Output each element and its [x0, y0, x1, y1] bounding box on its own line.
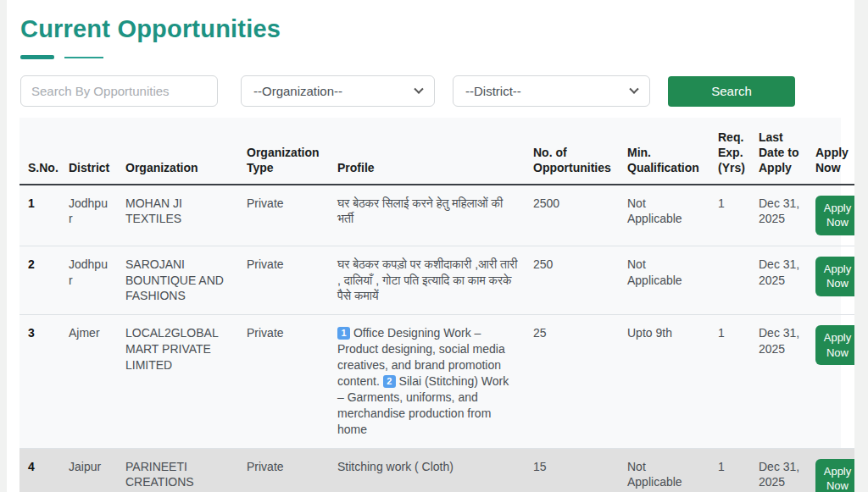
opportunities-table: S.No.DistrictOrganizationOrganization Ty… — [19, 118, 854, 492]
cell-profile: घर बेठकर कपड़ो पर कशीदाकारी ,आरी तारी , … — [329, 246, 525, 315]
cell-org-type: Private — [238, 185, 329, 246]
cell-profile: घर बेठकर सिलाई करने हेतु महिलाओं की भर्त… — [329, 185, 525, 246]
cell-opportunities: 25 — [525, 315, 619, 448]
organization-dropdown-value: --Organization-- — [253, 84, 342, 98]
table-row: 3AjmerLOCAL2GLOBAL MART PRIVATE LIMITEDP… — [19, 315, 854, 448]
cell-org-type: Private — [238, 448, 329, 492]
cell-min-qualification: Not Applicable — [619, 185, 709, 246]
column-header: No. of Opportunities — [525, 118, 619, 185]
table-header-row: S.No.DistrictOrganizationOrganization Ty… — [19, 118, 854, 185]
cell-org-type: Private — [238, 315, 329, 448]
cell-opportunities: 250 — [525, 246, 619, 315]
cell-organization: SAROJANI BOUNTIQUE AND FASHIONS — [117, 246, 238, 315]
cell-profile: Stitching work ( Cloth) — [329, 448, 525, 492]
keycap-number-icon: 2 — [383, 375, 396, 388]
cell-sno: 3 — [19, 315, 60, 448]
cell-organization: LOCAL2GLOBAL MART PRIVATE LIMITED — [117, 315, 238, 448]
cell-sno: 4 — [19, 448, 60, 492]
cell-sno: 2 — [19, 246, 60, 315]
cell-apply: Apply Now — [807, 448, 854, 492]
cell-opportunities: 15 — [525, 448, 619, 492]
organization-dropdown[interactable]: --Organization-- — [241, 75, 435, 107]
cell-organization: PARINEETI CREATIONS — [117, 448, 238, 492]
column-header: Apply Now — [807, 118, 854, 185]
cell-min-qualification: Not Applicable — [619, 448, 709, 492]
cell-district: Jodhpur — [60, 185, 117, 246]
column-header: Organization Type — [238, 118, 329, 185]
table-body: 1JodhpurMOHAN JI TEXTILESPrivateघर बेठकर… — [19, 185, 854, 492]
apply-now-button[interactable]: Apply Now — [815, 257, 854, 296]
district-dropdown[interactable]: --District-- — [453, 75, 650, 107]
apply-now-button[interactable]: Apply Now — [815, 459, 854, 492]
cell-district: Jaipur — [60, 448, 117, 492]
cell-req-exp — [709, 246, 750, 315]
column-header: District — [60, 118, 117, 185]
column-header: Profile — [329, 118, 525, 185]
column-header: S.No. — [19, 118, 60, 185]
cell-organization: MOHAN JI TEXTILES — [117, 185, 238, 246]
filter-bar: --Organization-- --District-- Search — [20, 75, 841, 107]
cell-last-date: Dec 31, 2025 — [750, 246, 807, 315]
cell-district: Ajmer — [60, 315, 117, 448]
cell-req-exp: 1 — [709, 448, 750, 492]
table-row: 4JaipurPARINEETI CREATIONSPrivateStitchi… — [19, 448, 854, 492]
page-title: Current Opportunities — [20, 15, 854, 43]
cell-apply: Apply Now — [807, 185, 854, 246]
cell-sno: 1 — [19, 185, 60, 246]
column-header: Min. Qualification — [619, 118, 709, 185]
cell-org-type: Private — [238, 246, 329, 315]
cell-district: Jodhpur — [60, 246, 117, 315]
apply-now-button[interactable]: Apply Now — [815, 196, 854, 235]
apply-now-button[interactable]: Apply Now — [815, 325, 854, 365]
table-row: 1JodhpurMOHAN JI TEXTILESPrivateघर बेठकर… — [19, 185, 854, 246]
cell-apply: Apply Now — [807, 315, 854, 448]
page: Current Opportunities --Organization-- -… — [7, 0, 854, 492]
chevron-down-icon — [629, 84, 638, 93]
cell-last-date: Dec 31, 2025 — [750, 448, 807, 492]
chevron-down-icon — [414, 84, 423, 93]
cell-req-exp: 1 — [709, 315, 750, 448]
cell-apply: Apply Now — [807, 246, 854, 315]
search-button[interactable]: Search — [668, 76, 795, 107]
table-row: 2JodhpurSAROJANI BOUNTIQUE AND FASHIONSP… — [19, 246, 854, 315]
district-dropdown-value: --District-- — [465, 84, 521, 98]
cell-min-qualification: Upto 9th — [619, 315, 709, 448]
cell-last-date: Dec 31, 2025 — [750, 315, 807, 448]
opportunities-table-container: S.No.DistrictOrganizationOrganization Ty… — [19, 118, 841, 492]
column-header: Last Date to Apply — [750, 118, 807, 185]
cell-req-exp: 1 — [709, 185, 750, 246]
cell-min-qualification: Not Applicable — [619, 246, 709, 315]
column-header: Req. Exp. (Yrs) — [709, 118, 750, 185]
column-header: Organization — [117, 118, 238, 185]
underline-bar-thick — [20, 55, 54, 59]
title-underline — [20, 55, 854, 59]
underline-bar-thin — [64, 57, 103, 58]
keycap-number-icon: 1 — [337, 327, 350, 340]
search-input[interactable] — [20, 75, 218, 107]
cell-profile: 1 Office Designing Work – Product design… — [329, 315, 525, 448]
cell-last-date: Dec 31, 2025 — [750, 185, 807, 246]
cell-opportunities: 2500 — [525, 185, 619, 246]
